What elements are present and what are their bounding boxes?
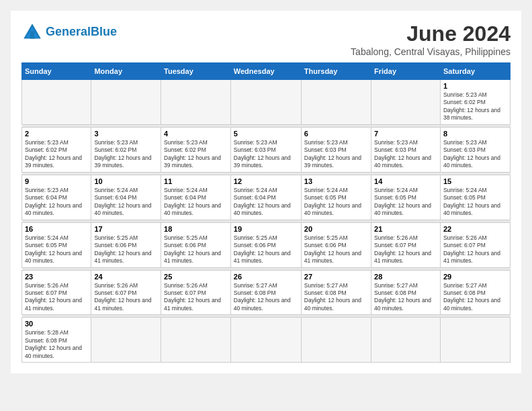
calendar-cell xyxy=(22,80,91,125)
page: GeneralBlue June 2024 Tabalong, Central … xyxy=(11,11,521,373)
day-info: Sunrise: 5:26 AMSunset: 6:07 PMDaylight:… xyxy=(374,234,437,265)
col-monday: Monday xyxy=(91,63,161,80)
title-section: June 2024 Tabalong, Central Visayas, Phi… xyxy=(351,21,511,57)
calendar-week-0: 1Sunrise: 5:23 AMSunset: 6:02 PMDaylight… xyxy=(22,80,511,125)
day-info: Sunrise: 5:23 AMSunset: 6:02 PMDaylight:… xyxy=(25,139,88,170)
calendar-cell: 1Sunrise: 5:23 AMSunset: 6:02 PMDaylight… xyxy=(440,80,510,125)
day-info: Sunrise: 5:27 AMSunset: 6:08 PMDaylight:… xyxy=(304,282,368,313)
calendar-week-2: 9Sunrise: 5:23 AMSunset: 6:04 PMDaylight… xyxy=(22,175,511,220)
calendar-cell: 9Sunrise: 5:23 AMSunset: 6:04 PMDaylight… xyxy=(22,175,91,220)
calendar-cell: 6Sunrise: 5:23 AMSunset: 6:03 PMDaylight… xyxy=(301,127,371,172)
day-info: Sunrise: 5:24 AMSunset: 6:05 PMDaylight:… xyxy=(304,187,368,218)
day-number: 9 xyxy=(25,177,88,185)
day-number: 29 xyxy=(443,273,507,281)
day-number: 25 xyxy=(164,273,228,281)
day-number: 16 xyxy=(25,225,88,233)
day-info: Sunrise: 5:25 AMSunset: 6:06 PMDaylight:… xyxy=(94,234,158,265)
day-number: 30 xyxy=(25,320,88,328)
day-number: 21 xyxy=(374,225,437,233)
calendar-cell: 14Sunrise: 5:24 AMSunset: 6:05 PMDayligh… xyxy=(371,175,441,220)
day-info: Sunrise: 5:23 AMSunset: 6:02 PMDaylight:… xyxy=(443,91,507,122)
day-number: 18 xyxy=(164,225,228,233)
calendar-cell: 8Sunrise: 5:23 AMSunset: 6:03 PMDaylight… xyxy=(440,127,510,172)
calendar-week-5: 30Sunrise: 5:28 AMSunset: 6:08 PMDayligh… xyxy=(22,318,511,363)
calendar-cell: 27Sunrise: 5:27 AMSunset: 6:08 PMDayligh… xyxy=(301,270,371,315)
calendar-cell xyxy=(91,318,161,363)
calendar-cell xyxy=(91,80,161,125)
day-info: Sunrise: 5:23 AMSunset: 6:03 PMDaylight:… xyxy=(234,139,298,170)
calendar-cell: 16Sunrise: 5:24 AMSunset: 6:05 PMDayligh… xyxy=(22,222,91,267)
calendar-cell xyxy=(371,80,441,125)
day-info: Sunrise: 5:27 AMSunset: 6:08 PMDaylight:… xyxy=(443,282,507,313)
calendar-cell: 11Sunrise: 5:24 AMSunset: 6:04 PMDayligh… xyxy=(161,175,231,220)
day-number: 23 xyxy=(25,273,88,281)
day-info: Sunrise: 5:28 AMSunset: 6:08 PMDaylight:… xyxy=(25,329,88,360)
day-number: 3 xyxy=(94,130,158,138)
calendar-cell: 28Sunrise: 5:27 AMSunset: 6:08 PMDayligh… xyxy=(371,270,441,315)
calendar-cell: 7Sunrise: 5:23 AMSunset: 6:03 PMDaylight… xyxy=(371,127,441,172)
calendar-cell: 23Sunrise: 5:26 AMSunset: 6:07 PMDayligh… xyxy=(22,270,91,315)
day-info: Sunrise: 5:25 AMSunset: 6:06 PMDaylight:… xyxy=(304,234,368,265)
calendar-cell: 2Sunrise: 5:23 AMSunset: 6:02 PMDaylight… xyxy=(22,127,91,172)
day-info: Sunrise: 5:27 AMSunset: 6:08 PMDaylight:… xyxy=(374,282,437,313)
calendar-cell: 17Sunrise: 5:25 AMSunset: 6:06 PMDayligh… xyxy=(91,222,161,267)
col-saturday: Saturday xyxy=(440,63,510,80)
col-tuesday: Tuesday xyxy=(161,63,231,80)
calendar-cell: 15Sunrise: 5:24 AMSunset: 6:05 PMDayligh… xyxy=(440,175,510,220)
day-info: Sunrise: 5:24 AMSunset: 6:05 PMDaylight:… xyxy=(443,187,507,218)
day-number: 10 xyxy=(94,177,158,185)
calendar-cell: 12Sunrise: 5:24 AMSunset: 6:04 PMDayligh… xyxy=(230,175,301,220)
calendar-cell: 20Sunrise: 5:25 AMSunset: 6:06 PMDayligh… xyxy=(301,222,371,267)
month-title: June 2024 xyxy=(351,21,511,46)
day-info: Sunrise: 5:25 AMSunset: 6:06 PMDaylight:… xyxy=(234,234,298,265)
calendar-cell: 4Sunrise: 5:23 AMSunset: 6:02 PMDaylight… xyxy=(161,127,231,172)
calendar-cell: 13Sunrise: 5:24 AMSunset: 6:05 PMDayligh… xyxy=(301,175,371,220)
col-thursday: Thursday xyxy=(301,63,371,80)
logo-icon xyxy=(21,21,43,43)
day-number: 15 xyxy=(443,177,507,185)
day-number: 20 xyxy=(304,225,368,233)
calendar-cell: 22Sunrise: 5:26 AMSunset: 6:07 PMDayligh… xyxy=(440,222,510,267)
day-number: 6 xyxy=(304,130,368,138)
calendar-cell xyxy=(371,318,441,363)
calendar-cell xyxy=(301,318,371,363)
calendar-cell: 18Sunrise: 5:25 AMSunset: 6:06 PMDayligh… xyxy=(161,222,231,267)
day-info: Sunrise: 5:24 AMSunset: 6:04 PMDaylight:… xyxy=(234,187,298,218)
calendar-cell: 24Sunrise: 5:26 AMSunset: 6:07 PMDayligh… xyxy=(91,270,161,315)
calendar-week-3: 16Sunrise: 5:24 AMSunset: 6:05 PMDayligh… xyxy=(22,222,511,267)
day-number: 24 xyxy=(94,273,158,281)
calendar-cell: 26Sunrise: 5:27 AMSunset: 6:08 PMDayligh… xyxy=(230,270,301,315)
col-friday: Friday xyxy=(371,63,441,80)
day-info: Sunrise: 5:24 AMSunset: 6:05 PMDaylight:… xyxy=(25,234,88,265)
day-number: 4 xyxy=(164,130,228,138)
calendar-body: 1Sunrise: 5:23 AMSunset: 6:02 PMDaylight… xyxy=(22,80,511,363)
calendar-cell: 30Sunrise: 5:28 AMSunset: 6:08 PMDayligh… xyxy=(22,318,91,363)
logo-blue: Blue xyxy=(91,25,117,38)
day-number: 1 xyxy=(443,82,507,90)
logo: GeneralBlue xyxy=(21,21,117,43)
day-info: Sunrise: 5:27 AMSunset: 6:08 PMDaylight:… xyxy=(234,282,298,313)
calendar-cell: 25Sunrise: 5:26 AMSunset: 6:07 PMDayligh… xyxy=(161,270,231,315)
day-info: Sunrise: 5:26 AMSunset: 6:07 PMDaylight:… xyxy=(94,282,158,313)
logo-text: GeneralBlue xyxy=(46,26,117,39)
logo-general: General xyxy=(46,25,91,38)
calendar-cell xyxy=(440,318,510,363)
header-row: Sunday Monday Tuesday Wednesday Thursday… xyxy=(22,63,511,80)
calendar-cell xyxy=(230,318,301,363)
day-number: 14 xyxy=(374,177,437,185)
day-number: 13 xyxy=(304,177,368,185)
day-info: Sunrise: 5:23 AMSunset: 6:02 PMDaylight:… xyxy=(164,139,228,170)
day-info: Sunrise: 5:26 AMSunset: 6:07 PMDaylight:… xyxy=(164,282,228,313)
calendar-cell xyxy=(161,80,231,125)
day-number: 19 xyxy=(234,225,298,233)
calendar-cell: 29Sunrise: 5:27 AMSunset: 6:08 PMDayligh… xyxy=(440,270,510,315)
calendar-cell: 3Sunrise: 5:23 AMSunset: 6:02 PMDaylight… xyxy=(91,127,161,172)
day-number: 11 xyxy=(164,177,228,185)
day-info: Sunrise: 5:26 AMSunset: 6:07 PMDaylight:… xyxy=(443,234,507,265)
day-number: 28 xyxy=(374,273,437,281)
col-wednesday: Wednesday xyxy=(230,63,301,80)
day-info: Sunrise: 5:23 AMSunset: 6:04 PMDaylight:… xyxy=(25,187,88,218)
day-info: Sunrise: 5:23 AMSunset: 6:03 PMDaylight:… xyxy=(304,139,368,170)
day-info: Sunrise: 5:24 AMSunset: 6:04 PMDaylight:… xyxy=(94,187,158,218)
calendar: Sunday Monday Tuesday Wednesday Thursday… xyxy=(21,62,511,363)
